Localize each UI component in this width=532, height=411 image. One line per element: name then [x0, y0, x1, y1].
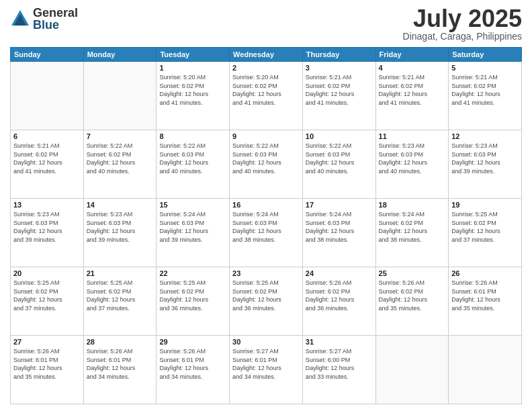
calendar-cell: 31Sunrise: 5:27 AM Sunset: 6:00 PM Dayli…: [302, 336, 375, 404]
calendar-cell: [83, 62, 157, 130]
calendar-cell: 6Sunrise: 5:21 AM Sunset: 6:02 PM Daylig…: [11, 130, 84, 199]
day-number: 24: [306, 269, 373, 277]
calendar-cell: 18Sunrise: 5:24 AM Sunset: 6:02 PM Dayli…: [375, 199, 449, 267]
logo-general: General: [33, 7, 78, 19]
page: General Blue July 2025 Dinagat, Caraga, …: [0, 0, 532, 411]
day-info: Sunrise: 5:24 AM Sunset: 6:02 PM Dayligh…: [379, 210, 446, 244]
col-header-monday: Monday: [83, 48, 157, 62]
day-info: Sunrise: 5:26 AM Sunset: 6:01 PM Dayligh…: [451, 279, 519, 312]
calendar-cell: 23Sunrise: 5:25 AM Sunset: 6:02 PM Dayli…: [230, 267, 303, 336]
day-info: Sunrise: 5:24 AM Sunset: 6:03 PM Dayligh…: [159, 210, 226, 244]
day-number: 23: [232, 269, 300, 277]
calendar-cell: 24Sunrise: 5:26 AM Sunset: 6:02 PM Dayli…: [302, 267, 375, 336]
day-number: 27: [13, 338, 81, 346]
week-row-3: 13Sunrise: 5:23 AM Sunset: 6:03 PM Dayli…: [11, 199, 522, 267]
day-info: Sunrise: 5:25 AM Sunset: 6:02 PM Dayligh…: [451, 210, 519, 244]
day-info: Sunrise: 5:22 AM Sunset: 6:02 PM Dayligh…: [87, 142, 154, 175]
title-area: July 2025 Dinagat, Caraga, Philippines: [403, 7, 522, 42]
day-info: Sunrise: 5:21 AM Sunset: 6:02 PM Dayligh…: [379, 73, 446, 107]
day-info: Sunrise: 5:21 AM Sunset: 6:02 PM Dayligh…: [451, 73, 519, 107]
day-number: 8: [159, 132, 226, 140]
day-number: 7: [87, 132, 154, 140]
day-info: Sunrise: 5:22 AM Sunset: 6:03 PM Dayligh…: [232, 142, 300, 175]
calendar-cell: [11, 62, 84, 130]
day-info: Sunrise: 5:24 AM Sunset: 6:03 PM Dayligh…: [306, 210, 373, 244]
day-info: Sunrise: 5:25 AM Sunset: 6:02 PM Dayligh…: [13, 279, 81, 312]
week-row-1: 1Sunrise: 5:20 AM Sunset: 6:02 PM Daylig…: [11, 62, 522, 130]
logo-icon: [10, 9, 30, 29]
calendar-cell: 20Sunrise: 5:25 AM Sunset: 6:02 PM Dayli…: [11, 267, 84, 336]
day-number: 28: [87, 338, 154, 346]
calendar-cell: 14Sunrise: 5:23 AM Sunset: 6:03 PM Dayli…: [83, 199, 157, 267]
day-info: Sunrise: 5:25 AM Sunset: 6:02 PM Dayligh…: [87, 279, 154, 312]
day-number: 25: [379, 269, 446, 277]
calendar-cell: 2Sunrise: 5:20 AM Sunset: 6:02 PM Daylig…: [230, 62, 303, 130]
day-number: 18: [379, 201, 446, 209]
calendar-cell: 15Sunrise: 5:24 AM Sunset: 6:03 PM Dayli…: [157, 199, 230, 267]
day-number: 9: [232, 132, 300, 140]
day-number: 17: [306, 201, 373, 209]
day-info: Sunrise: 5:25 AM Sunset: 6:02 PM Dayligh…: [232, 279, 300, 312]
calendar-cell: 13Sunrise: 5:23 AM Sunset: 6:03 PM Dayli…: [11, 199, 84, 267]
day-info: Sunrise: 5:20 AM Sunset: 6:02 PM Dayligh…: [232, 73, 300, 107]
calendar-cell: 22Sunrise: 5:25 AM Sunset: 6:02 PM Dayli…: [157, 267, 230, 336]
day-info: Sunrise: 5:25 AM Sunset: 6:02 PM Dayligh…: [159, 279, 226, 312]
day-number: 4: [379, 64, 446, 72]
day-info: Sunrise: 5:26 AM Sunset: 6:02 PM Dayligh…: [379, 279, 446, 312]
day-info: Sunrise: 5:26 AM Sunset: 6:01 PM Dayligh…: [87, 347, 154, 381]
col-header-saturday: Saturday: [449, 48, 522, 62]
calendar-cell: 11Sunrise: 5:23 AM Sunset: 6:03 PM Dayli…: [375, 130, 449, 199]
col-header-friday: Friday: [375, 48, 449, 62]
col-header-thursday: Thursday: [302, 48, 375, 62]
calendar-cell: 21Sunrise: 5:25 AM Sunset: 6:02 PM Dayli…: [83, 267, 157, 336]
calendar-cell: 29Sunrise: 5:26 AM Sunset: 6:01 PM Dayli…: [157, 336, 230, 404]
day-info: Sunrise: 5:26 AM Sunset: 6:01 PM Dayligh…: [13, 347, 81, 381]
week-row-2: 6Sunrise: 5:21 AM Sunset: 6:02 PM Daylig…: [11, 130, 522, 199]
day-info: Sunrise: 5:27 AM Sunset: 6:01 PM Dayligh…: [232, 347, 300, 381]
day-info: Sunrise: 5:22 AM Sunset: 6:03 PM Dayligh…: [159, 142, 226, 175]
day-number: 1: [159, 64, 226, 72]
day-info: Sunrise: 5:24 AM Sunset: 6:03 PM Dayligh…: [232, 210, 300, 244]
col-header-wednesday: Wednesday: [230, 48, 303, 62]
calendar-cell: 10Sunrise: 5:22 AM Sunset: 6:03 PM Dayli…: [302, 130, 375, 199]
logo-blue: Blue: [33, 19, 78, 31]
col-header-sunday: Sunday: [11, 48, 84, 62]
day-number: 31: [306, 338, 373, 346]
day-number: 6: [13, 132, 81, 140]
day-number: 2: [232, 64, 300, 72]
day-info: Sunrise: 5:23 AM Sunset: 6:03 PM Dayligh…: [87, 210, 154, 244]
day-info: Sunrise: 5:20 AM Sunset: 6:02 PM Dayligh…: [159, 73, 226, 107]
calendar-cell: 8Sunrise: 5:22 AM Sunset: 6:03 PM Daylig…: [157, 130, 230, 199]
calendar-cell: 26Sunrise: 5:26 AM Sunset: 6:01 PM Dayli…: [449, 267, 522, 336]
header: General Blue July 2025 Dinagat, Caraga, …: [10, 7, 522, 42]
day-info: Sunrise: 5:21 AM Sunset: 6:02 PM Dayligh…: [306, 73, 373, 107]
day-info: Sunrise: 5:23 AM Sunset: 6:03 PM Dayligh…: [379, 142, 446, 175]
calendar-cell: 7Sunrise: 5:22 AM Sunset: 6:02 PM Daylig…: [83, 130, 157, 199]
calendar-cell: 3Sunrise: 5:21 AM Sunset: 6:02 PM Daylig…: [302, 62, 375, 130]
calendar-cell: 9Sunrise: 5:22 AM Sunset: 6:03 PM Daylig…: [230, 130, 303, 199]
day-number: 10: [306, 132, 373, 140]
day-info: Sunrise: 5:27 AM Sunset: 6:00 PM Dayligh…: [306, 347, 373, 381]
day-number: 3: [306, 64, 373, 72]
calendar-cell: 16Sunrise: 5:24 AM Sunset: 6:03 PM Dayli…: [230, 199, 303, 267]
week-row-4: 20Sunrise: 5:25 AM Sunset: 6:02 PM Dayli…: [11, 267, 522, 336]
day-number: 21: [87, 269, 154, 277]
calendar-cell: 1Sunrise: 5:20 AM Sunset: 6:02 PM Daylig…: [157, 62, 230, 130]
day-number: 22: [159, 269, 226, 277]
calendar-cell: [449, 336, 522, 404]
day-info: Sunrise: 5:26 AM Sunset: 6:01 PM Dayligh…: [159, 347, 226, 381]
location: Dinagat, Caraga, Philippines: [403, 31, 522, 42]
day-info: Sunrise: 5:23 AM Sunset: 6:03 PM Dayligh…: [451, 142, 519, 175]
calendar-cell: 12Sunrise: 5:23 AM Sunset: 6:03 PM Dayli…: [449, 130, 522, 199]
header-row: SundayMondayTuesdayWednesdayThursdayFrid…: [11, 48, 522, 62]
calendar-cell: 4Sunrise: 5:21 AM Sunset: 6:02 PM Daylig…: [375, 62, 449, 130]
calendar-cell: 30Sunrise: 5:27 AM Sunset: 6:01 PM Dayli…: [230, 336, 303, 404]
day-info: Sunrise: 5:21 AM Sunset: 6:02 PM Dayligh…: [13, 142, 81, 175]
day-number: 15: [159, 201, 226, 209]
month-title: July 2025: [403, 7, 522, 31]
day-number: 13: [13, 201, 81, 209]
day-number: 26: [451, 269, 519, 277]
calendar-cell: 5Sunrise: 5:21 AM Sunset: 6:02 PM Daylig…: [449, 62, 522, 130]
day-info: Sunrise: 5:23 AM Sunset: 6:03 PM Dayligh…: [13, 210, 81, 244]
calendar-cell: 19Sunrise: 5:25 AM Sunset: 6:02 PM Dayli…: [449, 199, 522, 267]
